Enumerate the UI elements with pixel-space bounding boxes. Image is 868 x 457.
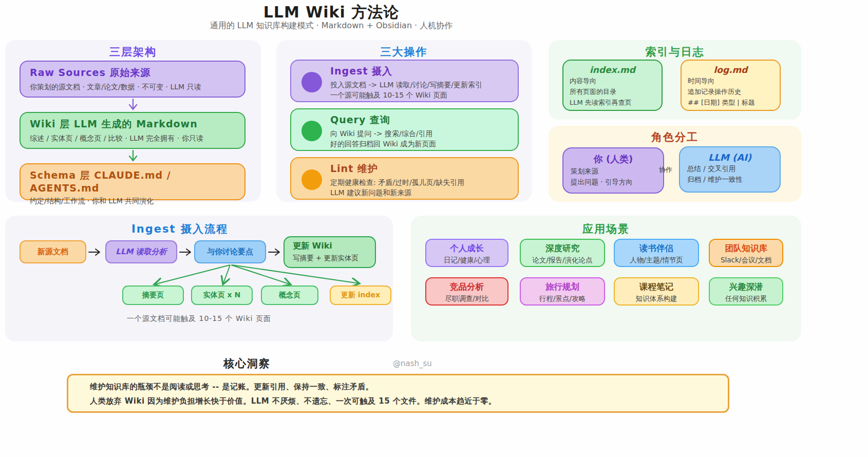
scenario-title: 个人成长 [430,243,503,254]
role-line: 总结 / 交叉引用 [687,164,772,174]
insight-title: 核心洞察 [223,356,271,371]
layer-title: Raw Sources 原始来源 [30,66,235,80]
card-line: 追加记录操作历史 [688,87,773,97]
scenario-card: 兴趣深潜 任何知识积累 [709,277,783,306]
flow-output-entity: 实体页 x N [191,285,253,305]
scenario-title: 团队知识库 [714,243,778,254]
index-log-title: 索引与日志 [549,45,801,59]
scenario-desc: 知识体系构建 [619,294,694,303]
scenarios-title: 应用场景 [411,222,801,236]
diagram-canvas: LLM Wiki 方法论 通用的 LLM 知识库构建模式 · Markdown … [0,0,868,457]
layer-schema: Schema 层 CLAUDE.md / AGENTS.md 约定/结构/工作流… [20,163,246,200]
architecture-title: 三层架构 [5,45,261,59]
scenario-desc: 任何知识积累 [714,294,778,303]
collab-label: 协作 [659,165,672,175]
insight-line2: 人类放弃 Wiki 因为维护负担增长快于价值。LLM 不厌烦、不遗忘、一次可触及… [90,396,718,406]
card-line: 时间导向 [688,77,773,86]
card-human: 你 (人类) 策划来源 提出问题 · 引导方向 [562,147,664,194]
ingest-flow-title: Ingest 摄入流程 [5,222,354,236]
insight-author: @nash_su [393,359,432,368]
flow-output-summary: 摘要页 [122,285,184,305]
flow-output-concept: 概念页 [261,285,318,305]
card-log-md: log.md 时间导向 追加记录操作历史 ## [日期] 类型 | 标题 [681,60,781,111]
card-line: 所有页面的目录 [570,87,655,97]
role-title: LLM (AI) [687,152,772,163]
insight-box: 维护知识库的瓶颈不是阅读或思考 -- 是记账。更新引用、保持一致、标注矛盾。 人… [67,374,729,413]
layer-desc: 综述 / 实体页 / 概念页 / 比较 · LLM 完全拥有 · 你只读 [30,134,235,143]
scenario-desc: 日记/健康/心理 [430,256,503,265]
op-line2: 好的回答归档回 Wiki 成为新页面 [330,139,511,149]
scenario-desc: 人物/主题/情节页 [619,256,694,265]
scenario-card: 深度研究 论文/报告/演化论点 [520,239,605,267]
scenario-desc: 论文/报告/演化论点 [525,256,600,265]
orange-dot-icon [301,169,322,190]
flow-step-discuss: 与你讨论要点 [194,240,266,263]
op-query: Query 查询 向 Wiki 提问 -> 搜索/综合/引用 好的回答归档回 W… [290,108,519,151]
role-line: 策划来源 [571,167,656,176]
scenario-card: 读书伴侣 人物/主题/情节页 [614,239,699,267]
arrow-down-icon [128,150,138,162]
role-line: 归档 / 维护一致性 [687,175,772,184]
scenario-title: 课程笔记 [619,281,694,293]
arrow-down-icon [128,99,138,111]
card-title: index.md [570,65,655,75]
op-title: Lint 维护 [330,162,511,176]
layer-desc: 约定/结构/工作流 · 你和 LLM 共同演化 [30,197,235,206]
scenario-title: 竞品分析 [430,281,503,293]
op-line1: 投入源文档 -> LLM 读取/讨论/写摘要/更新索引 [330,80,511,90]
op-line2: LLM 建议新问题和新来源 [330,188,511,198]
insight-line1: 维护知识库的瓶颈不是阅读或思考 -- 是记账。更新引用、保持一致、标注矛盾。 [90,382,718,392]
page-subtitle: 通用的 LLM 知识库构建模式 · Markdown + Obsidian · … [0,21,663,31]
layer-desc: 你策划的源文档 · 文章/论文/数据 · 不可变 · LLM 只读 [30,83,235,92]
op-line1: 向 Wiki 提问 -> 搜索/综合/引用 [330,129,511,139]
card-llm-ai: LLM (AI) 总结 / 交叉引用 归档 / 维护一致性 [679,146,781,193]
scenario-card: 团队知识库 Slack/会议/文档 [709,239,783,267]
op-line2: 一个源可能触及 10-15 个 Wiki 页面 [330,90,511,101]
scenario-card: 个人成长 日记/健康/心理 [425,239,508,267]
flow-step-desc: 写摘要 + 更新实体页 [293,254,367,263]
scenario-title: 旅行规划 [525,281,600,293]
panel-ingest-flow: Ingest 摄入流程 新源文档 LLM 读取分析 与你讨论要点 更新 Wiki… [5,216,393,341]
card-line: LLM 先读索引再查页 [570,98,655,107]
flow-output-update-index: 更新 index [330,285,391,305]
panel-scenarios: 应用场景 个人成长 日记/健康/心理 深度研究 论文/报告/演化论点 读书伴侣 … [411,216,801,341]
purple-dot-icon [301,72,322,92]
flow-step-title: 更新 Wiki [293,241,367,252]
scenario-title: 读书伴侣 [619,243,694,254]
panel-operations: 三大操作 Ingest 摄入 投入源文档 -> LLM 读取/讨论/写摘要/更新… [276,40,532,202]
green-dot-icon [301,121,322,141]
flow-caption: 一个源文档可能触及 10-15 个 Wiki 页面 [5,314,393,323]
arrow-right-icon [179,247,194,257]
scenario-card: 竞品分析 尽职调查/对比 [425,277,508,306]
card-line: ## [日期] 类型 | 标题 [688,98,773,107]
layer-title: Schema 层 CLAUDE.md / AGENTS.md [30,169,235,194]
arrow-right-icon [268,247,282,257]
arrow-right-icon [88,247,103,257]
flow-step-new-source: 新源文档 [20,240,86,263]
op-title: Query 查询 [330,113,511,127]
op-title: Ingest 摄入 [330,65,511,78]
card-index-md: index.md 内容导向 所有页面的目录 LLM 先读索引再查页 [562,60,663,111]
panel-architecture: 三层架构 Raw Sources 原始来源 你策划的源文档 · 文章/论文/数据… [5,40,261,202]
layer-wiki: Wiki 层 LLM 生成的 Markdown 综述 / 实体页 / 概念页 /… [20,112,246,149]
role-line: 提出问题 · 引导方向 [571,178,656,187]
fan-arrows-icon [5,263,393,287]
panel-index-log: 索引与日志 index.md 内容导向 所有页面的目录 LLM 先读索引再查页 … [549,40,801,120]
op-line1: 定期健康检查: 矛盾/过时/孤儿页/缺失引用 [330,178,511,188]
op-ingest: Ingest 摄入 投入源文档 -> LLM 读取/讨论/写摘要/更新索引 一个… [290,60,519,102]
op-lint: Lint 维护 定期健康检查: 矛盾/过时/孤儿页/缺失引用 LLM 建议新问题… [290,157,519,200]
scenario-title: 深度研究 [525,243,600,254]
panel-roles: 角色分工 你 (人类) 策划来源 提出问题 · 引导方向 协作 LLM (AI)… [549,126,801,202]
scenario-card: 旅行规划 行程/景点/攻略 [520,277,605,306]
scenario-desc: 行程/景点/攻略 [525,294,600,303]
role-title: 你 (人类) [571,153,656,165]
layer-raw-sources: Raw Sources 原始来源 你策划的源文档 · 文章/论文/数据 · 不可… [20,61,246,98]
scenario-card: 课程笔记 知识体系构建 [614,277,699,306]
operations-title: 三大操作 [276,45,532,59]
card-line: 内容导向 [570,77,655,86]
layer-title: Wiki 层 LLM 生成的 Markdown [30,118,235,131]
page-title: LLM Wiki 方法论 [0,2,663,23]
roles-title: 角色分工 [549,130,801,144]
scenario-desc: Slack/会议/文档 [714,256,778,265]
card-title: log.md [688,65,773,75]
